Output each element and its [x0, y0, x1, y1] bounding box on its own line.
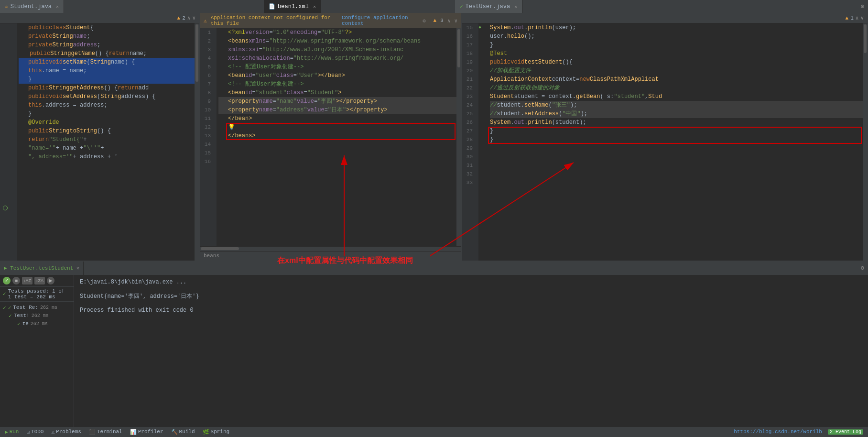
terminal-icon: ⬛: [89, 429, 96, 435]
profiler-icon: 📊: [130, 429, 137, 435]
spring-label[interactable]: 🌿 Spring: [203, 429, 230, 435]
tab-testuser-java[interactable]: ✓ TestUser.java ✕: [455, 0, 522, 13]
terminal-label[interactable]: ⬛ Terminal: [89, 429, 122, 435]
editor-left: ▲ 2 ∧ ∨: [0, 13, 200, 261]
gear-icon[interactable]: ⚙: [423, 18, 426, 24]
check-icon-4: ✓: [17, 321, 21, 327]
gutter-right: ●: [478, 23, 488, 261]
line-numbers-left: [0, 23, 17, 261]
editor-mid: ⚠ Application context not configured for…: [200, 13, 462, 261]
bottom-panel: ▶ TestUser.testStudent ✕ ⚙ ✓ ■ ↕AZ ↕ZA: [0, 261, 868, 427]
editor-right-code[interactable]: 15 16 17 18 19 20 21 22 23 24 25 26 27 2…: [462, 23, 868, 261]
check-icon: ✓: [3, 305, 6, 311]
scrollbar-right[interactable]: [863, 23, 868, 261]
close-icon[interactable]: ✕: [313, 4, 316, 10]
run-tab-label: TestUser.testStudent: [10, 265, 73, 271]
test-sub-name: Test!: [14, 313, 30, 318]
status-bar-left: ▶ Run ☑ TODO ⚠ Problems ⬛ Terminal 📊 Pro…: [5, 429, 724, 435]
spring-icon: 🌿: [203, 429, 209, 435]
test-leaf-name: te: [22, 321, 29, 327]
bottom-content: ✓ ■ ↕AZ ↕ZA ▶ ✓ Tests passed: 1 of 1 tes…: [0, 275, 868, 427]
test-sub-time: 262 ms: [32, 313, 49, 318]
chevron-down-icon[interactable]: ∨: [192, 15, 195, 21]
down-icon[interactable]: ∨: [454, 18, 457, 24]
scrollbar-mid[interactable]: [456, 28, 461, 246]
todo-icon: ☑: [26, 429, 30, 435]
todo-label[interactable]: ☑ TODO: [26, 429, 43, 435]
output-line-1: E:\java1.8\jdk\bin\java.exe ...: [80, 279, 862, 285]
tab-bean1-xml[interactable]: 📄 bean1.xml ✕: [264, 0, 321, 13]
warning-count-right: 1: [850, 15, 854, 21]
check-icon-3: ✓: [9, 313, 12, 319]
status-bar: ▶ Run ☑ TODO ⚠ Problems ⬛ Terminal 📊 Pro…: [0, 427, 868, 437]
up-icon[interactable]: ∧: [447, 18, 451, 24]
warning-message: Application context not configured for t…: [211, 15, 338, 26]
warning-bar: ⚠ Application context not configured for…: [200, 13, 461, 28]
run-label: ▶ TestUser.testStudent ✕: [0, 262, 84, 275]
bottom-tabs: ▶ TestUser.testStudent ✕ ⚙: [0, 262, 868, 275]
scrollbar-left[interactable]: [195, 23, 199, 261]
stop-button[interactable]: ■: [12, 277, 20, 284]
test-tree: ✓ ✓ Test Re: 262 ms ✓ Test! 262 ms ✓ te …: [0, 302, 74, 330]
play-button[interactable]: ▶: [47, 277, 54, 284]
run-toolbar: ✓ ■ ↕AZ ↕ZA ▶: [0, 275, 74, 287]
warning-count: 2: [182, 15, 185, 21]
chevron-down-right[interactable]: ∨: [860, 15, 864, 21]
line-numbers-mid: 1 2 3 4 5 6 7 8 9 10 11 12 13 14: [200, 28, 217, 246]
url-link[interactable]: https://blog.csdn.net/worilb: [734, 429, 822, 435]
sort-az-button[interactable]: ↕AZ: [22, 277, 33, 284]
event-log-badge[interactable]: 2 Event Log: [828, 429, 863, 435]
code-lines-mid[interactable]: <?xml version="1.0" encoding="UTF-8"?> <…: [217, 28, 456, 246]
line-numbers-right: 15 16 17 18 19 20 21 22 23 24 25 26 27 2…: [462, 23, 478, 261]
output-line-4: [80, 300, 862, 307]
warning-icon-right: ▲: [846, 15, 849, 21]
configure-link[interactable]: Configure application context: [342, 15, 419, 26]
profiler-label[interactable]: 📊 Profiler: [130, 429, 163, 435]
test-status-text: Tests passed: 1 of 1 test – 262 ms: [8, 288, 71, 300]
warning-count-mid: 3: [440, 18, 444, 23]
pass-check-icon: ✓: [3, 291, 6, 297]
problems-label[interactable]: ⚠ Problems: [51, 429, 81, 435]
warning-count-icon: ▲: [434, 18, 437, 23]
settings-icon[interactable]: ⚙: [861, 3, 864, 10]
editor-right: ▲ 1 ∧ ∨ 15 16 17 18 19 20 21 22: [462, 13, 868, 261]
test-icon: ✓: [460, 3, 463, 10]
test-tree-subitem[interactable]: ✓ Test! 262 ms: [0, 312, 74, 320]
editor-left-header: ▲ 2 ∧ ∨: [0, 13, 199, 23]
warning-indicator: ▲ 2 ∧ ∨: [177, 15, 195, 21]
chevron-up-icon[interactable]: ∧: [187, 15, 191, 21]
tab-label: Student.java: [11, 3, 52, 10]
editors-container: ▲ 2 ∧ ∨: [0, 13, 868, 261]
xml-icon: 📄: [269, 3, 275, 10]
editor-mid-status: beans: [200, 251, 461, 261]
close-icon[interactable]: ✕: [514, 4, 517, 10]
warning-icon: ▲: [177, 15, 181, 21]
hscroll-mid[interactable]: [200, 246, 461, 251]
check-icon-2: ✓: [8, 305, 11, 311]
run-status-label[interactable]: ▶ Run: [5, 429, 19, 435]
close-run-tab[interactable]: ✕: [76, 265, 79, 271]
status-text: beans: [204, 253, 219, 259]
run-output: E:\java1.8\jdk\bin\java.exe ... Student{…: [74, 275, 868, 427]
close-icon[interactable]: ✕: [56, 4, 59, 10]
test-name: Test Re:: [13, 305, 38, 310]
sort-za-button[interactable]: ↕ZA: [34, 277, 45, 284]
test-tree-leaf[interactable]: ✓ te 262 ms: [0, 320, 74, 328]
build-label[interactable]: 🔨 Build: [171, 429, 195, 435]
test-tree-item[interactable]: ✓ ✓ Test Re: 262 ms: [0, 304, 74, 312]
code-lines-right[interactable]: System.out.println(user); user.hello(); …: [488, 23, 863, 261]
build-icon: 🔨: [171, 429, 178, 435]
code-lines-left[interactable]: public class Student { private String na…: [17, 23, 195, 261]
settings-area: ⚙: [857, 262, 868, 275]
settings-icon-bottom[interactable]: ⚙: [861, 264, 864, 272]
tabs-bar: ☕ Student.java ✕ 📄 bean1.xml ✕ ✓ TestUse…: [0, 0, 868, 13]
play-icon-small: ▶: [4, 265, 7, 271]
test-status-line: ✓ Tests passed: 1 of 1 test – 262 ms: [0, 287, 74, 302]
tab-student-java[interactable]: ☕ Student.java ✕: [0, 0, 64, 13]
output-line-3: Student{name='李四', address='日本'}: [80, 292, 862, 300]
editor-left-code[interactable]: public class Student { private String na…: [0, 23, 199, 261]
rerun-button[interactable]: ✓: [3, 277, 11, 284]
output-line-2: [80, 285, 862, 292]
chevron-up-right[interactable]: ∧: [856, 15, 859, 21]
editor-mid-code[interactable]: 1 2 3 4 5 6 7 8 9 10 11 12 13 14: [200, 28, 461, 246]
